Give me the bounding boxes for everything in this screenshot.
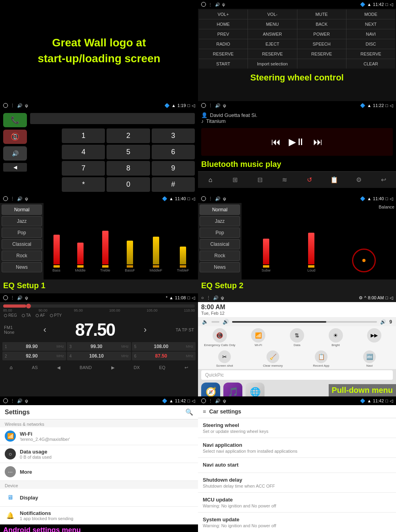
eq2-preset-jazz[interactable]: Jazz xyxy=(200,216,240,226)
steer-reserve3[interactable]: RESERVE xyxy=(297,49,346,59)
dial-7[interactable]: 7 xyxy=(62,161,105,176)
bm-nav-settings[interactable]: ⚙ xyxy=(353,176,365,184)
dial-5[interactable]: 5 xyxy=(107,145,150,159)
cs-item-mcu[interactable]: MCU update Warning: No ignition and No p… xyxy=(198,493,396,513)
fm-preset-5[interactable]: 5 108.00 MHz xyxy=(132,342,196,351)
bm-nav-music[interactable]: ≋ xyxy=(279,176,291,184)
dial-9[interactable]: 9 xyxy=(152,161,195,176)
cs-item-shutdown[interactable]: Shutdown delay Shutdown delay time when … xyxy=(198,473,396,493)
call-answer-btn[interactable]: 📞 xyxy=(3,113,27,127)
cs-item-system[interactable]: System update Warning: No ignition and N… xyxy=(198,513,396,532)
dial-star[interactable]: * xyxy=(62,177,105,192)
steer-power[interactable]: POWER xyxy=(297,29,346,39)
steer-start[interactable]: START xyxy=(199,59,248,69)
eq2-preset-pop[interactable]: Pop xyxy=(200,228,240,238)
steer-next[interactable]: NEXT xyxy=(346,19,395,29)
fm-nav-dx[interactable]: DX xyxy=(133,365,139,370)
eq1-preset-pop[interactable]: Pop xyxy=(2,228,42,238)
pd-app-3[interactable]: 🌐 xyxy=(246,383,265,396)
fm-nav-next[interactable]: ▶ xyxy=(111,365,114,370)
dial-3[interactable]: 3 xyxy=(152,128,195,143)
steer-reserve1[interactable]: RESERVE xyxy=(199,49,248,59)
eq1-preset-rock[interactable]: Rock xyxy=(2,251,42,261)
fm-opt-pty[interactable]: PTY xyxy=(50,313,62,318)
eq1-preset-normal[interactable]: Normal xyxy=(2,205,42,215)
as-search-icon[interactable]: 🔍 xyxy=(185,408,193,416)
steer-vol-plus[interactable]: VOL+ xyxy=(199,10,248,19)
bm-nav-home[interactable]: ⌂ xyxy=(204,176,216,184)
pd-app-nav[interactable]: 🧭 xyxy=(201,383,220,396)
bm-nav-note[interactable]: 📋 xyxy=(328,176,340,184)
bm-nav-eq[interactable]: ⊟ xyxy=(254,176,266,184)
bm-nav-phone[interactable]: ↺ xyxy=(303,176,315,184)
dial-0[interactable]: 0 xyxy=(107,177,150,192)
dial-2[interactable]: 2 xyxy=(107,128,150,143)
fm-prev-btn[interactable]: ‹ xyxy=(43,325,46,335)
steer-eject[interactable]: EJECT xyxy=(248,39,297,49)
cs-menu-icon[interactable]: ≡ xyxy=(203,408,206,415)
cs-item-navi-auto[interactable]: Navi auto start xyxy=(198,458,396,473)
dial-hash[interactable]: # xyxy=(152,177,195,192)
pd-qi-bright[interactable]: ☀ Bright xyxy=(317,328,354,347)
pd-qi-wifi[interactable]: 📶 Wi-Fi xyxy=(240,328,277,347)
fm-opt-ta[interactable]: TA xyxy=(22,313,31,318)
fm-preset-6[interactable]: 6 87.50 MHz xyxy=(132,352,196,360)
play-pause-btn[interactable]: ▶⏸ xyxy=(289,136,305,147)
as-item-wifi[interactable]: 📶 Wi-Fi 'tereno_2.4G@maxisfiber' xyxy=(0,427,198,445)
pd-qi-screenshot[interactable]: ✂ Screen shot xyxy=(201,350,248,367)
steer-menu[interactable]: MENU xyxy=(248,19,297,29)
call-input-box[interactable]: ◀ xyxy=(3,163,27,172)
steer-home[interactable]: HOME xyxy=(199,19,248,29)
eq2-preset-classical[interactable]: Classical xyxy=(200,239,240,249)
eq2-preset-normal[interactable]: Normal xyxy=(200,205,240,215)
steer-speech[interactable]: SPEECH xyxy=(297,39,346,49)
fm-preset-3[interactable]: 3 99.30 MHz xyxy=(67,342,131,351)
steer-clear[interactable]: CLEAR xyxy=(346,59,395,69)
cs-item-steering[interactable]: Steering wheel Set or update steering wh… xyxy=(198,418,396,438)
cs-item-navi-app[interactable]: Navi application Select navi application… xyxy=(198,438,396,458)
pd-qi-recentapp[interactable]: 📋 Recent App xyxy=(298,350,345,367)
prev-btn[interactable]: ⏮ xyxy=(271,136,281,147)
call-speaker-btn[interactable]: 🔊 xyxy=(3,146,27,161)
fm-opt-reg[interactable]: REG xyxy=(4,313,17,318)
fm-preset-4[interactable]: 4 106.10 MHz xyxy=(67,352,131,360)
steer-reserve2[interactable]: RESERVE xyxy=(248,49,297,59)
steer-navi[interactable]: NAVI xyxy=(346,29,395,39)
fm-next-btn[interactable]: › xyxy=(144,325,147,335)
fm-nav-back[interactable]: ↩ xyxy=(185,365,188,370)
fm-preset-1[interactable]: 1 89.90 MHz xyxy=(2,342,66,351)
steer-mode[interactable]: MODE xyxy=(346,10,395,19)
pd-app-music[interactable]: 🎵 xyxy=(223,383,242,396)
eq1-preset-news[interactable]: News xyxy=(2,262,42,272)
steer-answer[interactable]: ANSWER xyxy=(248,29,297,39)
steer-radio[interactable]: RADIO xyxy=(199,39,248,49)
pd-qi-navi[interactable]: 🔤 Navi xyxy=(346,350,393,367)
bm-nav-back[interactable]: ↩ xyxy=(378,176,390,184)
as-item-data[interactable]: ○ Data usage 0 B of data used xyxy=(0,445,198,463)
call-end-btn[interactable]: 📵 xyxy=(3,130,27,144)
steer-prev[interactable]: PREV xyxy=(199,29,248,39)
dial-8[interactable]: 8 xyxy=(107,161,150,176)
eq2-preset-news[interactable]: News xyxy=(200,262,240,272)
dial-6[interactable]: 6 xyxy=(152,145,195,159)
steer-vol-minus[interactable]: VOL- xyxy=(248,10,297,19)
as-item-display[interactable]: 🖥 Display xyxy=(0,489,198,507)
pd-qi-data[interactable]: ⇅ Data xyxy=(278,328,316,347)
fm-opt-af[interactable]: AF xyxy=(36,313,45,318)
fm-nav-prev[interactable]: ◀ xyxy=(57,365,60,370)
next-btn[interactable]: ⏭ xyxy=(313,136,323,147)
eq2-preset-rock[interactable]: Rock xyxy=(200,251,240,261)
pd-qi-next[interactable]: ▶▶ xyxy=(356,328,393,347)
fm-nav-home[interactable]: ⌂ xyxy=(10,365,12,370)
steer-import[interactable]: Import selection xyxy=(248,59,297,69)
dial-4[interactable]: 4 xyxy=(62,145,105,159)
steer-mute[interactable]: MUTE xyxy=(297,10,346,19)
fm-nav-eq[interactable]: EQ xyxy=(159,365,166,370)
bm-nav-grid[interactable]: ⊞ xyxy=(229,176,241,184)
fm-nav-as[interactable]: AS xyxy=(32,365,38,370)
dial-1[interactable]: 1 xyxy=(62,128,105,143)
eq2-knob[interactable] xyxy=(352,249,376,272)
pd-qi-clearmem[interactable]: 🧹 Clear memory xyxy=(249,350,296,367)
fm-preset-2[interactable]: 2 92.90 MHz xyxy=(2,352,66,360)
eq1-preset-jazz[interactable]: Jazz xyxy=(2,216,42,226)
